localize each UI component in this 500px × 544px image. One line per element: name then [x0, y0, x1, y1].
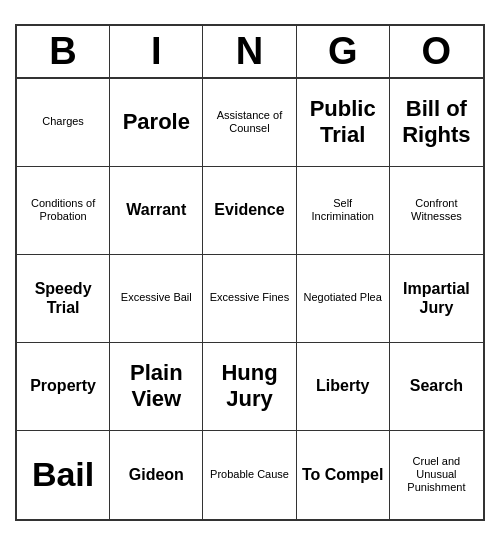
cell-text-23: To Compel — [302, 465, 383, 484]
bingo-cell-15: Property — [17, 343, 110, 431]
cell-text-16: Plain View — [114, 360, 198, 413]
bingo-cell-5: Conditions of Probation — [17, 167, 110, 255]
cell-text-21: Gideon — [129, 465, 184, 484]
bingo-grid: ChargesParoleAssistance of CounselPublic… — [17, 79, 483, 519]
cell-text-17: Hung Jury — [207, 360, 291, 413]
bingo-cell-17: Hung Jury — [203, 343, 296, 431]
bingo-cell-9: Confront Witnesses — [390, 167, 483, 255]
cell-text-12: Excessive Fines — [210, 291, 289, 304]
cell-text-20: Bail — [32, 454, 94, 495]
bingo-cell-19: Search — [390, 343, 483, 431]
bingo-cell-7: Evidence — [203, 167, 296, 255]
cell-text-5: Conditions of Probation — [21, 197, 105, 223]
bingo-cell-4: Bill of Rights — [390, 79, 483, 167]
bingo-cell-13: Negotiated Plea — [297, 255, 390, 343]
bingo-cell-0: Charges — [17, 79, 110, 167]
bingo-cell-12: Excessive Fines — [203, 255, 296, 343]
bingo-cell-20: Bail — [17, 431, 110, 519]
header-letter-i: I — [110, 26, 203, 77]
cell-text-8: Self Incrimination — [301, 197, 385, 223]
header-letter-n: N — [203, 26, 296, 77]
cell-text-10: Speedy Trial — [21, 279, 105, 317]
bingo-cell-11: Excessive Bail — [110, 255, 203, 343]
cell-text-9: Confront Witnesses — [394, 197, 479, 223]
cell-text-13: Negotiated Plea — [304, 291, 382, 304]
bingo-cell-23: To Compel — [297, 431, 390, 519]
cell-text-18: Liberty — [316, 376, 369, 395]
bingo-cell-6: Warrant — [110, 167, 203, 255]
cell-text-24: Cruel and Unusual Punishment — [394, 455, 479, 495]
cell-text-14: Impartial Jury — [394, 279, 479, 317]
bingo-cell-2: Assistance of Counsel — [203, 79, 296, 167]
bingo-header: BINGO — [17, 26, 483, 79]
cell-text-1: Parole — [123, 109, 190, 135]
header-letter-g: G — [297, 26, 390, 77]
cell-text-3: Public Trial — [301, 96, 385, 149]
bingo-cell-1: Parole — [110, 79, 203, 167]
cell-text-19: Search — [410, 376, 463, 395]
cell-text-11: Excessive Bail — [121, 291, 192, 304]
cell-text-4: Bill of Rights — [394, 96, 479, 149]
header-letter-b: B — [17, 26, 110, 77]
header-letter-o: O — [390, 26, 483, 77]
cell-text-2: Assistance of Counsel — [207, 109, 291, 135]
bingo-cell-21: Gideon — [110, 431, 203, 519]
bingo-cell-24: Cruel and Unusual Punishment — [390, 431, 483, 519]
bingo-cell-16: Plain View — [110, 343, 203, 431]
bingo-card: BINGO ChargesParoleAssistance of Counsel… — [15, 24, 485, 521]
bingo-cell-10: Speedy Trial — [17, 255, 110, 343]
cell-text-7: Evidence — [214, 200, 284, 219]
bingo-cell-14: Impartial Jury — [390, 255, 483, 343]
bingo-cell-8: Self Incrimination — [297, 167, 390, 255]
cell-text-22: Probable Cause — [210, 468, 289, 481]
bingo-cell-3: Public Trial — [297, 79, 390, 167]
bingo-cell-18: Liberty — [297, 343, 390, 431]
bingo-cell-22: Probable Cause — [203, 431, 296, 519]
cell-text-15: Property — [30, 376, 96, 395]
cell-text-6: Warrant — [126, 200, 186, 219]
cell-text-0: Charges — [42, 115, 84, 128]
